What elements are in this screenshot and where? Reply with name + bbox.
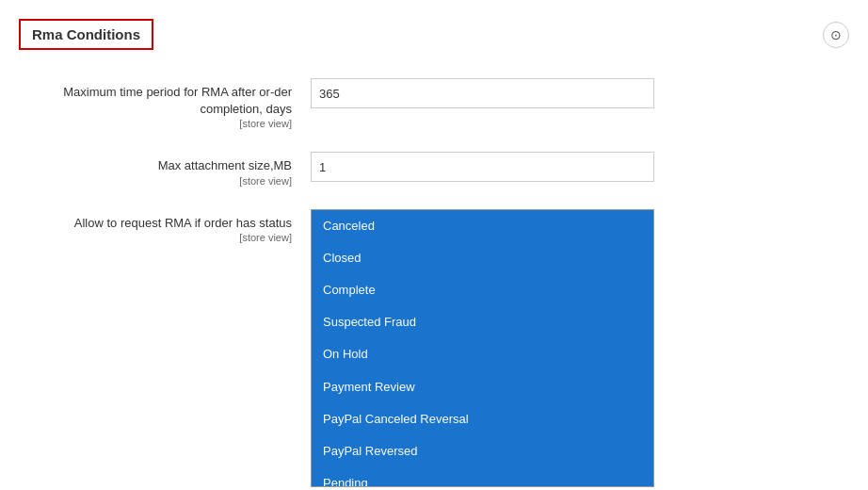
order-status-input-cell: CanceledClosedCompleteSuspected FraudOn … [311, 209, 849, 490]
max-time-input[interactable] [311, 78, 654, 108]
max-attachment-label: Max attachment size,MB [158, 158, 292, 172]
section-header: Rma Conditions ⊙ [19, 19, 849, 50]
max-time-row: Maximum time period for RMA after or-der… [19, 78, 849, 152]
status-option-on_hold[interactable]: On Hold [312, 338, 653, 370]
section-title: Rma Conditions [19, 19, 153, 50]
status-option-pending[interactable]: Pending [312, 467, 653, 487]
order-status-multiselect[interactable]: CanceledClosedCompleteSuspected FraudOn … [311, 209, 654, 487]
max-attachment-sublabel: [store view] [19, 175, 292, 187]
max-attachment-row: Max attachment size,MB [store view] [19, 152, 849, 208]
page-container: Rma Conditions ⊙ Maximum time period for… [0, 0, 868, 490]
max-time-sublabel: [store view] [19, 118, 292, 129]
status-option-suspected_fraud[interactable]: Suspected Fraud [312, 306, 653, 338]
status-option-complete[interactable]: Complete [312, 274, 653, 306]
status-option-paypal_canceled_reversal[interactable]: PayPal Canceled Reversal [312, 403, 653, 435]
status-option-canceled[interactable]: Canceled [312, 210, 653, 242]
status-option-closed[interactable]: Closed [312, 242, 653, 274]
max-attachment-input-cell [311, 152, 849, 208]
order-status-label-cell: Allow to request RMA if order has status… [19, 209, 311, 490]
status-option-payment_review[interactable]: Payment Review [312, 371, 653, 403]
order-status-sublabel: [store view] [19, 232, 292, 243]
max-time-label: Maximum time period for RMA after or-der… [63, 85, 292, 116]
max-attachment-label-cell: Max attachment size,MB [store view] [19, 152, 311, 208]
max-attachment-input[interactable] [311, 152, 654, 182]
order-status-row: Allow to request RMA if order has status… [19, 209, 849, 490]
multi-select-container: CanceledClosedCompleteSuspected FraudOn … [311, 209, 654, 487]
form-section: Maximum time period for RMA after or-der… [19, 78, 849, 490]
max-time-label-cell: Maximum time period for RMA after or-der… [19, 78, 311, 152]
order-status-label: Allow to request RMA if order has status [74, 216, 292, 230]
collapse-button[interactable]: ⊙ [823, 22, 849, 48]
max-time-input-cell [311, 78, 849, 152]
status-option-paypal_reversed[interactable]: PayPal Reversed [312, 435, 653, 467]
